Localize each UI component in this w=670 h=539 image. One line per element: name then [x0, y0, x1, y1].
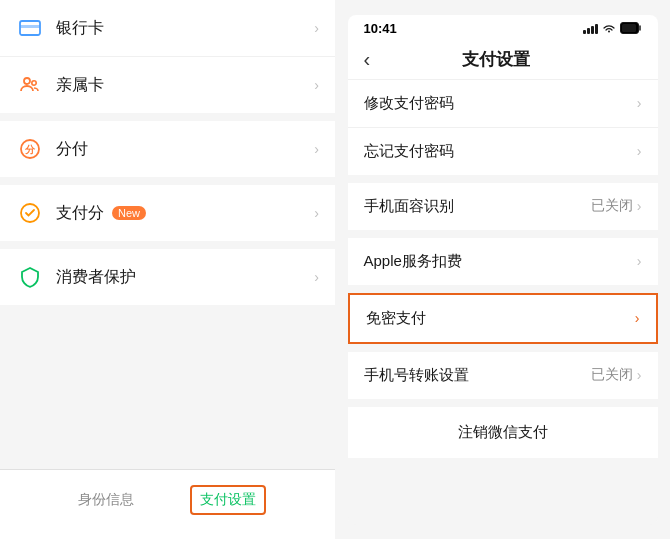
- new-badge: New: [112, 206, 146, 220]
- face-id-chevron: ›: [637, 198, 642, 214]
- nav-bar: ‹ 支付设置: [348, 40, 658, 80]
- left-panel: 银行卡 › 亲属卡 › 分 分付: [0, 0, 335, 539]
- cancel-section: 注销微信支付: [348, 407, 658, 458]
- apple-pay-label: Apple服务扣费: [364, 252, 637, 271]
- menu-item-family-card[interactable]: 亲属卡 ›: [0, 57, 335, 113]
- svg-point-3: [32, 81, 36, 85]
- back-button[interactable]: ‹: [364, 48, 371, 71]
- svg-point-2: [24, 78, 30, 84]
- face-id-item[interactable]: 手机面容识别 已关闭 ›: [348, 183, 658, 230]
- zhifu-icon: [16, 199, 44, 227]
- bottom-tab-bar: 身份信息 支付设置: [0, 469, 335, 539]
- forgot-password-item[interactable]: 忘记支付密码 ›: [348, 128, 658, 175]
- consumer-label: 消费者保护: [56, 267, 314, 288]
- bank-card-icon: [16, 14, 44, 42]
- fenpay-chevron: ›: [314, 141, 319, 157]
- tab-identity[interactable]: 身份信息: [70, 487, 142, 513]
- menu-item-bank-card[interactable]: 银行卡 ›: [0, 0, 335, 57]
- fenpay-label: 分付: [56, 139, 314, 160]
- bank-card-label: 银行卡: [56, 18, 314, 39]
- phone-screen: 10:41: [348, 15, 658, 525]
- wifi-icon: [602, 22, 616, 34]
- zhifu-chevron: ›: [314, 205, 319, 221]
- apple-pay-chevron: ›: [637, 253, 642, 269]
- phone-transfer-value: 已关闭: [591, 366, 633, 384]
- face-id-section: 手机面容识别 已关闭 ›: [348, 183, 658, 230]
- status-icons: [583, 22, 642, 34]
- family-card-chevron: ›: [314, 77, 319, 93]
- no-password-item[interactable]: 免密支付 ›: [350, 295, 656, 342]
- nav-title: 支付设置: [378, 48, 613, 71]
- cancel-wechat-pay-button[interactable]: 注销微信支付: [348, 407, 658, 458]
- no-password-section: 免密支付 ›: [348, 293, 658, 344]
- zhifu-label: 支付分 New: [56, 203, 314, 224]
- apple-pay-section: Apple服务扣费 ›: [348, 238, 658, 285]
- svg-rect-8: [622, 24, 636, 32]
- menu-section-fenpay: 分 分付 ›: [0, 121, 335, 177]
- change-password-chevron: ›: [637, 95, 642, 111]
- password-section: 修改支付密码 › 忘记支付密码 ›: [348, 80, 658, 175]
- status-time: 10:41: [364, 21, 397, 36]
- menu-section-consumer: 消费者保护 ›: [0, 249, 335, 305]
- right-panel: 10:41: [335, 0, 670, 539]
- family-card-label: 亲属卡: [56, 75, 314, 96]
- svg-text:分: 分: [24, 144, 36, 155]
- consumer-chevron: ›: [314, 269, 319, 285]
- family-card-icon: [16, 71, 44, 99]
- change-password-item[interactable]: 修改支付密码 ›: [348, 80, 658, 128]
- face-id-label: 手机面容识别: [364, 197, 591, 216]
- signal-icon: [583, 22, 598, 34]
- menu-item-zhifu[interactable]: 支付分 New ›: [0, 185, 335, 241]
- menu-section-zhifu: 支付分 New ›: [0, 185, 335, 241]
- face-id-value: 已关闭: [591, 197, 633, 215]
- apple-pay-item[interactable]: Apple服务扣费 ›: [348, 238, 658, 285]
- phone-transfer-item[interactable]: 手机号转账设置 已关闭 ›: [348, 352, 658, 399]
- consumer-icon: [16, 263, 44, 291]
- menu-item-consumer[interactable]: 消费者保护 ›: [0, 249, 335, 305]
- svg-rect-1: [20, 25, 40, 28]
- bank-card-chevron: ›: [314, 20, 319, 36]
- settings-content: 修改支付密码 › 忘记支付密码 › 手机面容识别 已关闭 › A: [348, 80, 658, 525]
- menu-section-cards: 银行卡 › 亲属卡 ›: [0, 0, 335, 113]
- forgot-password-label: 忘记支付密码: [364, 142, 637, 161]
- no-password-chevron: ›: [635, 310, 640, 326]
- phone-transfer-chevron: ›: [637, 367, 642, 383]
- phone-transfer-label: 手机号转账设置: [364, 366, 591, 385]
- change-password-label: 修改支付密码: [364, 94, 637, 113]
- fenpay-icon: 分: [16, 135, 44, 163]
- no-password-label: 免密支付: [366, 309, 635, 328]
- battery-icon: [620, 22, 642, 34]
- tab-payment-settings[interactable]: 支付设置: [190, 485, 266, 515]
- menu-item-fenpay[interactable]: 分 分付 ›: [0, 121, 335, 177]
- phone-transfer-section: 手机号转账设置 已关闭 ›: [348, 352, 658, 399]
- forgot-password-chevron: ›: [637, 143, 642, 159]
- status-bar: 10:41: [348, 15, 658, 40]
